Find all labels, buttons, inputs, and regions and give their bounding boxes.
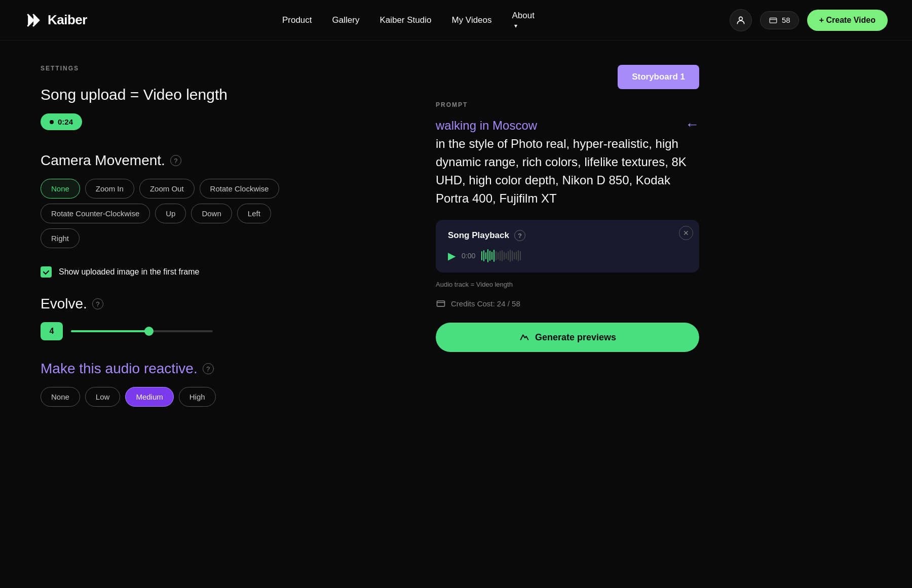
right-panel: Storyboard 1 PROMPT ← walking in Moscow … — [436, 65, 699, 427]
camera-pills-row-1: None Zoom In Zoom Out Rotate Clockwise — [41, 179, 395, 199]
waveform-bar-muted — [514, 252, 515, 259]
checkmark-icon — [43, 268, 50, 276]
nav-gallery[interactable]: Gallery — [332, 15, 360, 25]
create-video-label: + Create Video — [819, 16, 876, 25]
dot-icon — [50, 120, 54, 124]
slider-thumb[interactable] — [144, 327, 154, 336]
close-playback-button[interactable]: ✕ — [679, 226, 693, 240]
waveform — [481, 249, 687, 262]
waveform-bar-muted — [510, 250, 511, 262]
left-panel: SETTINGS Song upload = Video length 0:24… — [41, 65, 436, 427]
song-playback-header: Song Playback ? — [448, 230, 687, 241]
storyboard-button[interactable]: Storyboard 1 — [618, 65, 699, 89]
evolve-help-icon[interactable]: ? — [92, 298, 103, 309]
checkbox-row[interactable]: Show uploaded image in the first frame — [41, 266, 395, 278]
nav-links: Product Gallery Kaiber Studio My Videos … — [282, 11, 535, 30]
camera-movement-header: Camera Movement. ? — [41, 152, 395, 169]
waveform-bar-muted — [516, 252, 517, 260]
logo-icon — [24, 11, 43, 29]
audio-pill-medium[interactable]: Medium — [125, 387, 173, 407]
waveform-bar-muted — [508, 251, 509, 260]
pill-zoom-in[interactable]: Zoom In — [85, 179, 134, 199]
pill-down[interactable]: Down — [191, 204, 232, 223]
waveform-bar-muted — [496, 251, 497, 260]
pill-up[interactable]: Up — [155, 204, 186, 223]
slider-fill — [71, 330, 149, 332]
time-badge: 0:24 — [41, 113, 82, 130]
pill-rotate-clockwise[interactable]: Rotate Clockwise — [200, 179, 280, 199]
credits-icon — [769, 16, 778, 25]
prompt-highlight: walking in Moscow — [436, 119, 537, 132]
audio-track-note: Audio track = Video length — [436, 281, 699, 288]
user-icon — [736, 15, 746, 25]
waveform-bar-muted — [506, 253, 507, 259]
slider-row: 4 — [41, 322, 395, 340]
audio-reactive-section: Make this audio reactive. ? None Low Med… — [41, 361, 395, 407]
song-playback-title: Song Playback — [448, 230, 509, 241]
pill-rotate-counter-clockwise[interactable]: Rotate Counter-Clockwise — [41, 204, 150, 223]
nav-kaiber-studio[interactable]: Kaiber Studio — [379, 15, 431, 25]
evolve-slider[interactable] — [71, 330, 213, 332]
waveform-bar-muted — [518, 250, 519, 261]
waveform-bar-muted — [498, 252, 499, 259]
time-display: 0:00 — [462, 252, 475, 260]
pill-none[interactable]: None — [41, 179, 80, 199]
waveform-bar-muted — [504, 252, 505, 260]
user-profile-button[interactable] — [730, 9, 752, 31]
pill-left[interactable]: Left — [237, 204, 271, 223]
navbar: Kaiber Product Gallery Kaiber Studio My … — [0, 0, 912, 41]
create-video-button[interactable]: + Create Video — [807, 10, 888, 31]
checkbox-label: Show uploaded image in the first frame — [59, 267, 199, 277]
generate-previews-button[interactable]: Generate previews — [436, 323, 699, 352]
song-playback-help-icon[interactable]: ? — [514, 230, 525, 241]
waveform-bar — [485, 252, 486, 259]
svg-rect-2 — [437, 301, 445, 306]
pill-zoom-out[interactable]: Zoom Out — [139, 179, 195, 199]
logo[interactable]: Kaiber — [24, 11, 87, 29]
nav-about[interactable]: About ▾ — [512, 11, 535, 30]
checkbox-first-frame[interactable] — [41, 266, 52, 278]
credits-cost-icon — [436, 298, 446, 308]
credits-count: 58 — [782, 16, 790, 24]
audio-reactive-title: Make this audio reactive. — [41, 361, 198, 377]
svg-point-0 — [739, 17, 743, 20]
chevron-down-icon: ▾ — [514, 22, 517, 29]
generate-btn-label: Generate previews — [535, 332, 616, 343]
storyboard-header: Storyboard 1 — [436, 65, 699, 89]
evolve-title: Evolve. — [41, 296, 87, 312]
waveform-bar-muted — [500, 251, 501, 261]
camera-movement-section: Camera Movement. ? None Zoom In Zoom Out… — [41, 152, 395, 248]
evolve-section: Evolve. ? 4 — [41, 296, 395, 340]
waveform-bar — [481, 251, 482, 260]
nav-product[interactable]: Product — [282, 15, 312, 25]
nav-my-videos[interactable]: My Videos — [451, 15, 491, 25]
waveform-bar — [489, 251, 490, 261]
back-arrow-icon: ← — [685, 116, 699, 132]
play-button[interactable]: ▶ — [448, 250, 455, 262]
audio-pill-high[interactable]: High — [179, 387, 216, 407]
credits-cost: Credits Cost: 24 / 58 — [451, 299, 520, 308]
prompt-label: PROMPT — [436, 101, 699, 108]
camera-movement-help-icon[interactable]: ? — [170, 155, 181, 166]
audio-reactive-header: Make this audio reactive. ? — [41, 361, 395, 377]
waveform-bar — [483, 250, 484, 261]
prompt-text: walking in Moscow in the style of Photo … — [436, 116, 699, 208]
credits-badge: 58 — [760, 11, 799, 29]
nav-right: 58 + Create Video — [730, 9, 888, 31]
audio-pill-none[interactable]: None — [41, 387, 80, 407]
playback-controls: ▶ 0:00 — [448, 249, 687, 262]
prompt-body: in the style of Photo real, hyper-realis… — [436, 137, 687, 205]
audio-reactive-help-icon[interactable]: ? — [203, 363, 214, 374]
back-arrow-button[interactable]: ← — [685, 116, 699, 133]
svg-rect-1 — [770, 18, 777, 23]
generate-icon — [519, 332, 530, 343]
audio-pill-low[interactable]: Low — [85, 387, 121, 407]
waveform-bar-muted — [502, 250, 503, 261]
pill-right[interactable]: Right — [41, 228, 80, 248]
close-icon: ✕ — [683, 229, 689, 237]
time-value: 0:24 — [58, 117, 73, 126]
camera-pills-row-3: Right — [41, 228, 395, 248]
camera-pills-row-2: Rotate Counter-Clockwise Up Down Left — [41, 204, 395, 223]
main-container: SETTINGS Song upload = Video length 0:24… — [0, 41, 912, 451]
waveform-bar-muted — [512, 251, 513, 261]
